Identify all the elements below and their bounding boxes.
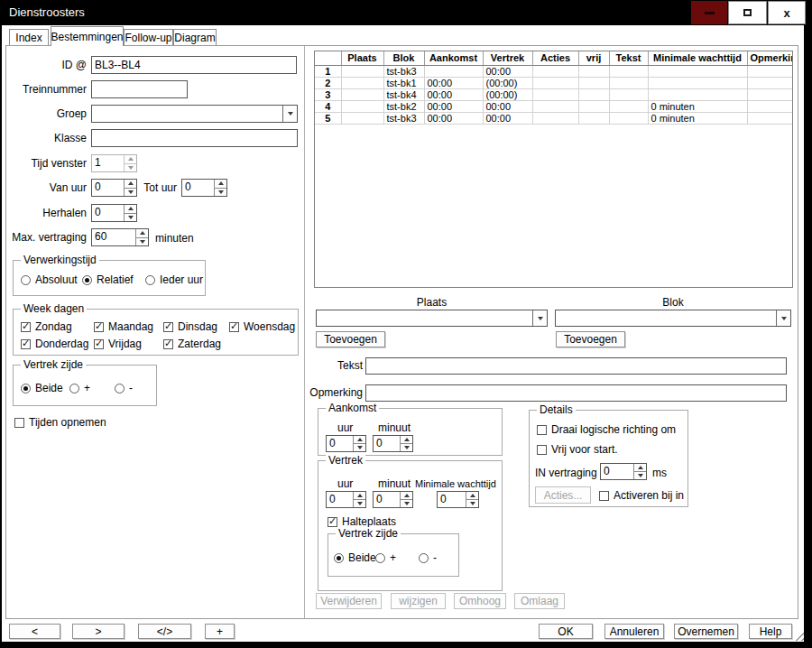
- tab-diagram[interactable]: Diagram: [173, 29, 217, 45]
- window-title: Dienstroosters: [9, 5, 85, 19]
- minimize-icon: [705, 12, 715, 14]
- help-button[interactable]: Help: [749, 624, 792, 639]
- nav-prev-button[interactable]: <: [9, 624, 60, 639]
- tab-bestemmingen[interactable]: Bestemmingen: [51, 26, 124, 46]
- dienstroosters-window: Dienstroosters x Index Bestemmingen Foll…: [0, 0, 812, 648]
- nav-code-button[interactable]: </>: [138, 624, 191, 639]
- maximize-icon: [743, 9, 752, 16]
- titlebar[interactable]: Dienstroosters x: [0, 0, 812, 25]
- close-button[interactable]: x: [768, 1, 806, 24]
- minimize-button[interactable]: [691, 1, 727, 24]
- annuleren-button[interactable]: Annuleren: [604, 624, 664, 639]
- close-icon: x: [783, 7, 789, 19]
- nav-add-button[interactable]: +: [205, 624, 235, 639]
- ok-button[interactable]: OK: [539, 624, 593, 639]
- overnemen-button[interactable]: Overnemen: [674, 624, 738, 639]
- tab-index[interactable]: Index: [9, 29, 49, 45]
- nav-next-button[interactable]: >: [72, 624, 125, 639]
- tab-follow-up[interactable]: Follow-up: [124, 29, 173, 45]
- tab-content-frame: [5, 45, 798, 619]
- maximize-button[interactable]: [728, 1, 767, 24]
